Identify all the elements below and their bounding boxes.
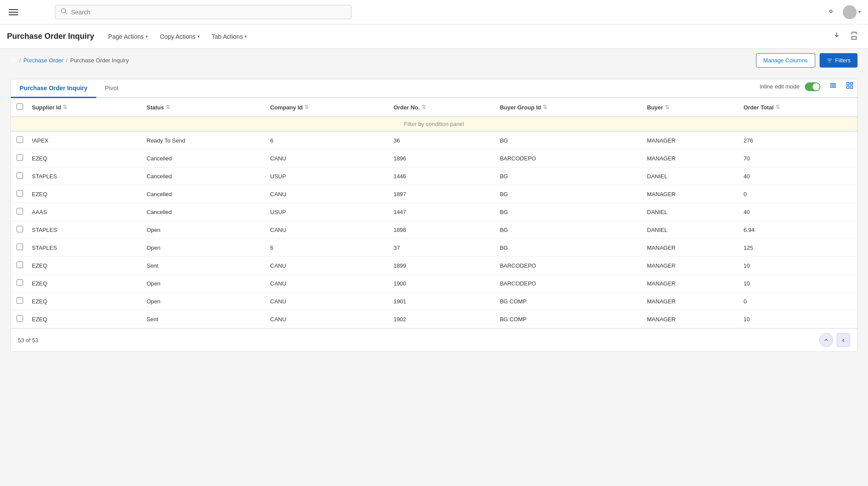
tab-pivot[interactable]: Pivot — [96, 79, 127, 98]
cell-company-id: CANU — [267, 185, 390, 203]
row-checkbox-7[interactable] — [17, 262, 23, 268]
row-checkbox-cell[interactable] — [11, 292, 28, 310]
compact-view-button[interactable] — [826, 80, 841, 93]
sort-buyer-icon[interactable]: ⇅ — [665, 104, 669, 110]
breadcrumb: / Purchase Order / Purchase Order Inquir… — [10, 57, 129, 64]
row-checkbox-4[interactable] — [17, 208, 23, 214]
row-checkbox-cell[interactable] — [11, 150, 28, 167]
col-order-total: Order Total ⇅ — [740, 98, 857, 117]
user-avatar[interactable]: ▾ — [843, 5, 861, 19]
row-checkbox-cell[interactable] — [11, 257, 28, 275]
svg-point-2 — [830, 10, 832, 13]
row-checkbox-8[interactable] — [17, 279, 23, 286]
cell-supplier-id: EZEQ — [28, 185, 143, 203]
copy-actions-button[interactable]: Copy Actions ▾ — [155, 31, 205, 43]
breadcrumb-row: / Purchase Order / Purchase Order Inquir… — [0, 49, 868, 72]
view-toggle — [826, 80, 857, 93]
record-count: 53 of 53 — [18, 337, 38, 343]
print-button[interactable] — [847, 29, 861, 44]
breadcrumb-home[interactable] — [10, 57, 17, 64]
top-nav: ▾ — [0, 0, 868, 24]
collapse-button[interactable] — [819, 333, 833, 347]
sub-header: Purchase Order Inquiry Page Actions ▾ Co… — [0, 24, 868, 49]
sort-status-icon[interactable]: ⇅ — [166, 104, 170, 110]
row-checkbox-cell[interactable] — [11, 221, 28, 239]
manage-columns-button[interactable]: Manage Columns — [756, 53, 815, 68]
cell-supplier-id: EZEQ — [28, 310, 143, 328]
select-all-checkbox[interactable] — [17, 103, 23, 110]
cell-status: Cancelled — [143, 203, 267, 221]
cell-order-no: 1898 — [390, 221, 497, 239]
detailed-view-button[interactable] — [842, 80, 857, 93]
row-checkbox-10[interactable] — [17, 315, 23, 322]
col-status: Status ⇅ — [143, 98, 267, 117]
row-checkbox-0[interactable] — [17, 136, 23, 143]
cell-buyer: DANIEL — [643, 221, 740, 239]
page-actions-chevron-icon: ▾ — [146, 34, 148, 39]
row-checkbox-cell[interactable] — [11, 310, 28, 328]
copy-actions-chevron-icon: ▾ — [197, 34, 200, 39]
row-checkbox-9[interactable] — [17, 297, 23, 304]
row-checkbox-cell[interactable] — [11, 239, 28, 257]
cell-buyer: MANAGER — [643, 131, 740, 150]
cell-buyer-group-id: BG — [496, 239, 643, 257]
cell-status: Open — [143, 239, 267, 257]
cell-order-no: 1447 — [390, 203, 497, 221]
sort-order-total-icon[interactable]: ⇅ — [776, 104, 780, 110]
svg-rect-12 — [851, 86, 853, 88]
cell-company-id: 6 — [267, 131, 390, 150]
breadcrumb-sep-1: / — [19, 57, 21, 64]
row-checkbox-6[interactable] — [17, 244, 23, 250]
tab-purchase-order-inquiry[interactable]: Purchase Order Inquiry — [11, 79, 96, 98]
sort-company-id-icon[interactable]: ⇅ — [304, 104, 309, 110]
page-actions-button[interactable]: Page Actions ▾ — [103, 31, 153, 43]
download-button[interactable] — [830, 29, 844, 44]
right-panel-button[interactable]: ‹ — [837, 333, 850, 347]
main-content: Purchase Order Inquiry Pivot Inline edit… — [0, 72, 868, 359]
row-checkbox-1[interactable] — [17, 154, 23, 161]
row-checkbox-cell[interactable] — [11, 131, 28, 150]
row-checkbox-cell[interactable] — [11, 167, 28, 185]
cell-buyer-group-id: BARCODEPO — [496, 257, 643, 275]
row-checkbox-5[interactable] — [17, 226, 23, 232]
table-row: STAPLES Open 6 37 BG MANAGER 125 — [11, 239, 857, 257]
sort-buyer-group-id-icon[interactable]: ⇅ — [543, 104, 547, 110]
cell-buyer-group-id: BG — [496, 167, 643, 185]
row-checkbox-cell[interactable] — [11, 275, 28, 292]
sort-supplier-id-icon[interactable]: ⇅ — [63, 104, 67, 110]
cell-company-id: CANU — [267, 275, 390, 292]
row-checkbox-cell[interactable] — [11, 203, 28, 221]
tab-actions-chevron-icon: ▾ — [245, 34, 247, 39]
svg-rect-4 — [852, 37, 856, 40]
cell-order-no: 1896 — [390, 150, 497, 167]
cell-order-total: 125 — [740, 239, 857, 257]
search-input[interactable] — [71, 9, 346, 16]
sort-order-no-icon[interactable]: ⇅ — [422, 104, 426, 110]
cell-buyer-group-id: BG — [496, 131, 643, 150]
table-header-row: Supplier Id ⇅ Status ⇅ Company Id — [11, 98, 857, 117]
row-checkbox-2[interactable] — [17, 172, 23, 179]
row-checkbox-3[interactable] — [17, 190, 23, 197]
cell-supplier-id: EZEQ — [28, 292, 143, 310]
cell-order-total: 10 — [740, 257, 857, 275]
row-checkbox-cell[interactable] — [11, 185, 28, 203]
breadcrumb-purchase-order[interactable]: Purchase Order — [24, 57, 64, 64]
settings-icon[interactable] — [826, 7, 836, 17]
cell-status: Sent — [143, 257, 267, 275]
cell-buyer: MANAGER — [643, 275, 740, 292]
sub-header-right — [830, 29, 861, 44]
cell-buyer-group-id: BG COMP — [496, 310, 643, 328]
cell-order-total: 10 — [740, 275, 857, 292]
cell-buyer-group-id: BARCODEPO — [496, 150, 643, 167]
cell-order-no: 1901 — [390, 292, 497, 310]
search-icon — [61, 8, 68, 16]
inline-edit-toggle[interactable] — [805, 82, 820, 91]
cell-order-no: 1446 — [390, 167, 497, 185]
filters-button[interactable]: path{stroke:white;stroke-width:2;stroke-… — [820, 53, 858, 68]
select-all-header[interactable] — [11, 98, 28, 117]
hamburger-menu[interactable] — [7, 7, 20, 17]
tab-actions-button[interactable]: Tab Actions ▾ — [207, 31, 252, 43]
cell-order-total: 276 — [740, 131, 857, 150]
cell-order-total: 10 — [740, 310, 857, 328]
search-bar[interactable] — [55, 5, 351, 19]
